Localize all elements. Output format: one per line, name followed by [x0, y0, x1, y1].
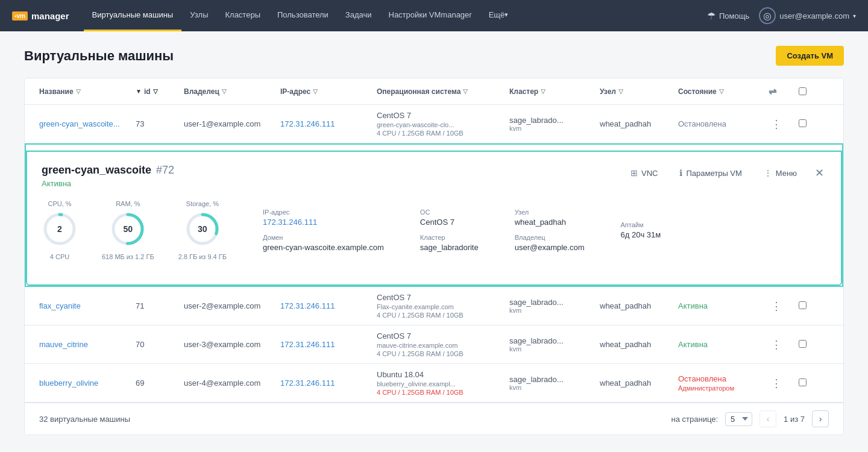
td-owner-73: user-1@example.com: [179, 113, 275, 134]
row-checkbox-71[interactable]: [799, 301, 807, 309]
nav-item-clusters[interactable]: Кластеры: [216, 0, 269, 31]
info-os-value: CentOS 7: [420, 218, 479, 227]
create-vm-button[interactable]: Создать VM: [776, 46, 844, 66]
table-row: flax_cyanite 71 user-2@example.com 172.3…: [25, 287, 843, 325]
ip-link-73[interactable]: 172.31.246.111: [280, 119, 367, 128]
cpu-metric: CPU, % 2 4 CPU: [42, 200, 78, 260]
td-os-70: CentOS 7 mauve-citrine.example.com 4 CPU…: [372, 325, 505, 363]
row-menu-button-70[interactable]: ⋮: [769, 336, 784, 353]
expanded-close-button[interactable]: ✕: [813, 164, 826, 182]
nav-item-tasks[interactable]: Задачи: [337, 0, 380, 31]
info-owner: Владелец user@example.com: [515, 234, 585, 252]
td-node-71: wheat_padhah: [595, 295, 673, 316]
row-checkbox-69[interactable]: [799, 378, 807, 386]
sort-ip-icon: ▽: [313, 88, 318, 95]
info-domain-value: green-cyan-wascoite.example.com: [263, 243, 384, 252]
th-name[interactable]: Название ▽: [34, 78, 131, 104]
expanded-header: green-cyan_wascoite #72 Активна ⊞ VNC ℹ …: [42, 164, 826, 188]
user-menu-button[interactable]: ◎ user@example.com ▾: [759, 7, 856, 24]
nav-item-settings[interactable]: Настройки VMmanager: [380, 0, 480, 31]
td-id-71: 71: [131, 295, 179, 316]
row-checkbox-73[interactable]: [799, 119, 807, 127]
th-ip[interactable]: IP-адрес ▽: [275, 78, 372, 104]
info-ip-value[interactable]: 172.31.246.111: [263, 218, 384, 227]
td-menu-71: ⋮: [764, 295, 794, 318]
nav-item-vm[interactable]: Виртуальные машины: [84, 0, 182, 31]
help-button[interactable]: ☂ Помощь: [707, 10, 749, 22]
page-header: Виртуальные машины Создать VM: [24, 46, 844, 66]
td-menu-69: ⋮: [764, 372, 794, 395]
info-ip-domain: IP-адрес 172.31.246.111 Домен green-cyan…: [263, 209, 384, 252]
td-ip-70: 172.31.246.111: [275, 334, 372, 355]
sort-status-icon: ▽: [719, 88, 724, 95]
vm-name-link-69[interactable]: blueberry_olivine: [39, 378, 98, 388]
ip-link-70[interactable]: 172.31.246.111: [280, 340, 367, 349]
td-cluster-73: sage_labrado... kvm: [505, 110, 595, 138]
dots-icon: ⋮: [764, 168, 772, 178]
table-row: blueberry_olivine 69 user-4@example.com …: [25, 364, 843, 403]
ram-metric: RAM, % 50 618 МБ из 1.2 ГБ: [102, 200, 154, 260]
row-menu-button-71[interactable]: ⋮: [769, 298, 784, 315]
sort-id-icon: ▽: [153, 88, 158, 95]
th-os[interactable]: Операционная система ▽: [372, 78, 505, 104]
nav-item-users[interactable]: Пользователи: [269, 0, 337, 31]
td-node-73: wheat_padhah: [595, 113, 673, 134]
th-cluster[interactable]: Кластер ▽: [505, 78, 595, 104]
th-check[interactable]: [794, 78, 812, 104]
vnc-icon: ⊞: [631, 168, 638, 178]
td-ip-69: 172.31.246.111: [275, 372, 372, 394]
td-id-69: 69: [131, 372, 179, 394]
td-check-70: [794, 334, 812, 356]
per-page-select[interactable]: 5 10 20 50: [725, 412, 752, 426]
sort-cluster-icon: ▽: [541, 88, 546, 95]
app-logo[interactable]: ▪vm manager: [12, 11, 69, 21]
ip-link-69[interactable]: 172.31.246.111: [280, 378, 367, 388]
th-owner[interactable]: Владелец ▽: [179, 78, 275, 104]
td-check-69: [794, 372, 812, 394]
user-dropdown-icon: ▾: [853, 13, 856, 19]
row-menu-button-69[interactable]: ⋮: [769, 375, 784, 392]
sort-name-icon: ▽: [76, 88, 81, 95]
vm-name-link-71[interactable]: flax_cyanite: [39, 301, 81, 310]
th-filter[interactable]: ⇌: [764, 78, 794, 104]
td-cluster-70: sage_labrado... kvm: [505, 330, 595, 359]
table-header: Название ▽ ▼ id ▽ Владелец ▽ IP-адрес ▽ …: [25, 78, 843, 105]
sort-owner-icon: ▽: [222, 88, 227, 95]
sort-id-active-icon: ▼: [136, 88, 142, 95]
expanded-vm-id: #72: [156, 164, 174, 177]
select-all-checkbox[interactable]: [799, 87, 807, 95]
vm-params-button[interactable]: ℹ Параметры VM: [673, 165, 747, 181]
vm-menu-button[interactable]: ⋮ Меню: [758, 165, 803, 181]
page-title: Виртуальные машины: [24, 48, 174, 64]
td-status-69: Остановлена Администратором: [673, 368, 764, 398]
next-page-button[interactable]: ›: [812, 410, 829, 427]
th-id[interactable]: ▼ id ▽: [131, 78, 179, 104]
vm-logo-icon: ▪vm: [12, 11, 28, 20]
td-ip-71: 172.31.246.111: [275, 295, 372, 316]
info-node-value: wheat_padhah: [515, 218, 585, 227]
nav-item-more[interactable]: Ещё: [480, 0, 517, 31]
row-checkbox-70[interactable]: [799, 340, 807, 348]
vnc-button[interactable]: ⊞ VNC: [624, 165, 664, 181]
expanded-title-area: green-cyan_wascoite #72 Активна: [42, 164, 174, 188]
td-status-70: Активна: [673, 334, 764, 355]
vm-name-link-73[interactable]: green-cyan_wascoite...: [39, 119, 120, 128]
td-id-70: 70: [131, 334, 179, 355]
expanded-panel-72: green-cyan_wascoite #72 Активна ⊞ VNC ℹ …: [26, 151, 842, 286]
th-node[interactable]: Узел ▽: [595, 78, 673, 104]
ip-link-71[interactable]: 172.31.246.111: [280, 301, 367, 310]
nav-item-nodes[interactable]: Узлы: [181, 0, 216, 31]
table-row: mauve_citrine 70 user-3@example.com 172.…: [25, 325, 843, 364]
navbar: ▪vm manager Виртуальные машины Узлы Клас…: [0, 0, 868, 31]
th-status[interactable]: Состояние ▽: [673, 78, 764, 104]
expanded-row-72: green-cyan_wascoite #72 Активна ⊞ VNC ℹ …: [25, 143, 843, 287]
vm-table: Название ▽ ▼ id ▽ Владелец ▽ IP-адрес ▽ …: [24, 78, 844, 435]
row-menu-button-73[interactable]: ⋮: [769, 116, 784, 133]
prev-page-button[interactable]: ‹: [760, 410, 776, 427]
info-node-owner: Узел wheat_padhah Владелец user@example.…: [515, 209, 585, 252]
info-uptime-item: Аптайм 6д 20ч 31м: [621, 221, 661, 239]
expanded-row-header: [26, 145, 842, 151]
td-id-73: 73: [131, 113, 179, 134]
storage-metric: Storage, % 30 2.8 ГБ из 9.4 ГБ: [178, 200, 227, 260]
vm-name-link-70[interactable]: mauve_citrine: [39, 340, 88, 349]
